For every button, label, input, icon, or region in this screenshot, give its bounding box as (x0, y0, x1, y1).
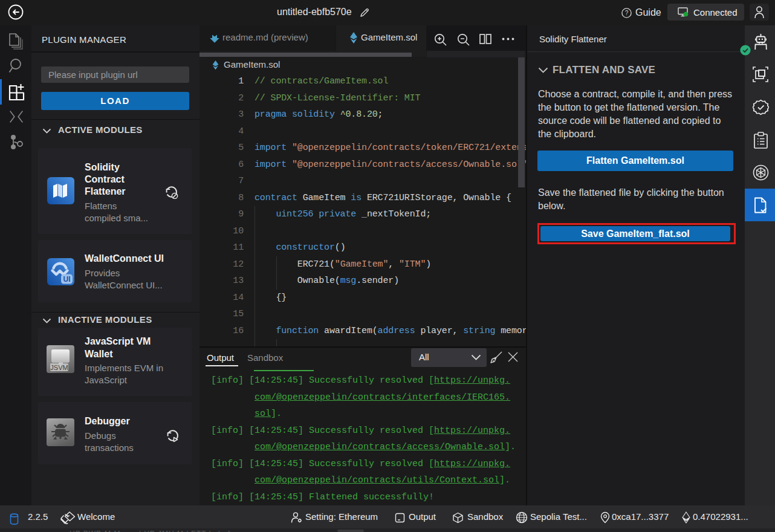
svg-text:?: ? (625, 10, 629, 16)
svg-text:JSVM: JSVM (50, 364, 68, 371)
svg-text:UI: UI (63, 275, 71, 284)
